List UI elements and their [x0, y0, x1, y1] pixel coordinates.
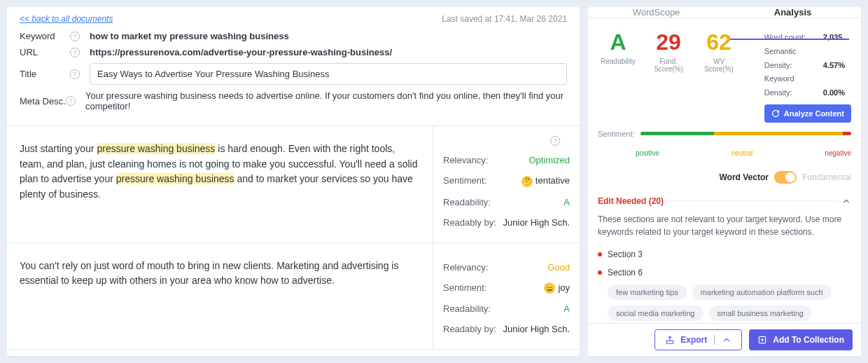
back-link[interactable]: << back to all documents [20, 14, 113, 24]
scores-row: A Readability 29 Fund. Score(%) 62 WV Sc… [588, 18, 861, 130]
keyword-label: Keyword [20, 31, 70, 41]
score-wv: 62 WV Score(%) [699, 31, 739, 73]
title-input[interactable] [90, 63, 567, 85]
url-value: https://pressurenova.com/advertise-your-… [90, 47, 392, 57]
content-block: Just starting your pressure washing busi… [7, 126, 580, 243]
analysis-tabs: WordScope Analysis [588, 7, 861, 18]
meta-desc-label: Meta Desc. [20, 96, 66, 107]
block-metrics: Relevancy:Good Sentiment:😄joy Readabilit… [433, 243, 580, 350]
edit-needed-header[interactable]: Edit Needed (20) [588, 192, 861, 210]
readably-label: Readably by: [443, 217, 496, 228]
analyze-button[interactable]: Analyze Content [764, 104, 851, 123]
content-blocks[interactable]: Just starting your pressure washing busi… [7, 126, 580, 356]
keyword-highlight: pressure washing business [97, 143, 216, 154]
help-icon[interactable]: ? [550, 136, 560, 146]
help-icon[interactable]: ? [70, 69, 80, 79]
export-button[interactable]: Export [654, 329, 742, 350]
tab-wordscope[interactable]: WordScope [588, 7, 724, 18]
url-label: URL [20, 47, 70, 57]
content-stats: Word count:2,035 Semantic Density:4.57% … [764, 31, 851, 123]
readably-value: Junior High Sch. [503, 217, 570, 228]
last-saved: Last saved at 17:41, Mar 26 2021 [442, 14, 567, 24]
keyword-chip[interactable]: marketing automation platform such [692, 285, 832, 300]
meta-desc-value: Your pressure washing business needs to … [85, 90, 567, 111]
sentiment-legend: positive neutral negative [588, 149, 861, 163]
bottom-toolbar: Export Add To Collection [588, 323, 861, 356]
analysis-panel: WordScope Analysis A Readability 29 Fund… [588, 7, 861, 356]
sentiment-label: Sentiment: [443, 175, 486, 187]
sentiment-bar [640, 132, 851, 135]
joy-icon: 😄 [544, 282, 555, 294]
word-vector-label: Word Vector [719, 172, 768, 182]
score-readability: A Readability [598, 31, 638, 65]
edit-needed-desc: These sections are not relevant to your … [588, 210, 861, 245]
wv-toggle[interactable] [774, 171, 797, 184]
help-icon[interactable]: ? [66, 96, 76, 106]
sentiment-value: 🤔tentative [522, 175, 570, 187]
collection-icon [757, 335, 767, 345]
sentiment-row: Sentiment: [588, 130, 861, 149]
relevancy-value: Good [547, 262, 570, 273]
relevancy-label: Relevancy: [443, 155, 488, 165]
wv-toggle-row: Word Vector Fundamental [588, 163, 861, 192]
help-icon[interactable]: ? [70, 32, 80, 41]
thinking-icon: 🤔 [522, 176, 533, 187]
block-text[interactable]: Just starting your pressure washing busi… [7, 126, 433, 242]
readability-label: Readability: [443, 197, 491, 207]
keyword-chip[interactable]: small business marketing [709, 306, 813, 321]
title-label: Title [20, 69, 70, 79]
refresh-icon [771, 109, 780, 118]
content-block: You can't rely on just word of mouth to … [7, 243, 580, 350]
section-item[interactable]: Section 3 [588, 245, 861, 263]
section-item[interactable]: Section 6 [588, 263, 861, 282]
tab-active-underline [730, 39, 849, 40]
readably-label: Readably by: [443, 324, 496, 334]
relevancy-value: Optimized [528, 155, 570, 165]
score-fund: 29 Fund. Score(%) [648, 31, 689, 73]
relevancy-label: Relevancy: [443, 262, 488, 273]
sentiment-value: 😄joy [544, 282, 570, 294]
keyword-value: how to market my pressure washing busine… [90, 31, 289, 41]
keyword-highlight: pressure washing business [116, 173, 234, 184]
export-icon [665, 335, 675, 345]
help-icon[interactable]: ? [70, 48, 80, 57]
bullet-icon [598, 252, 602, 256]
doc-header: << back to all documents Last saved at 1… [7, 7, 580, 126]
sentiment-label: Sentiment: [598, 130, 635, 138]
readability-label: Readability: [443, 303, 491, 314]
add-to-collection-button[interactable]: Add To Collection [749, 329, 853, 350]
svg-rect-0 [667, 341, 673, 343]
bullet-icon [598, 270, 602, 275]
sentiment-label: Sentiment: [443, 282, 486, 294]
editor-panel: << back to all documents Last saved at 1… [7, 7, 580, 356]
keyword-chip[interactable]: few marketing tips [608, 285, 687, 300]
keyword-chip[interactable]: social media marketing [608, 306, 704, 321]
block-text[interactable]: You can't rely on just word of mouth to … [7, 243, 433, 350]
tab-analysis[interactable]: Analysis [724, 7, 861, 18]
readably-value: Junior High Sch. [503, 324, 570, 334]
readability-value: A [564, 197, 570, 207]
chevron-up-icon [722, 335, 732, 345]
readability-value: A [564, 303, 570, 314]
fundamental-label: Fundamental [802, 172, 851, 182]
chevron-up-icon[interactable] [841, 196, 851, 206]
block-metrics: ? Relevancy:Optimized Sentiment:🤔tentati… [433, 126, 580, 242]
